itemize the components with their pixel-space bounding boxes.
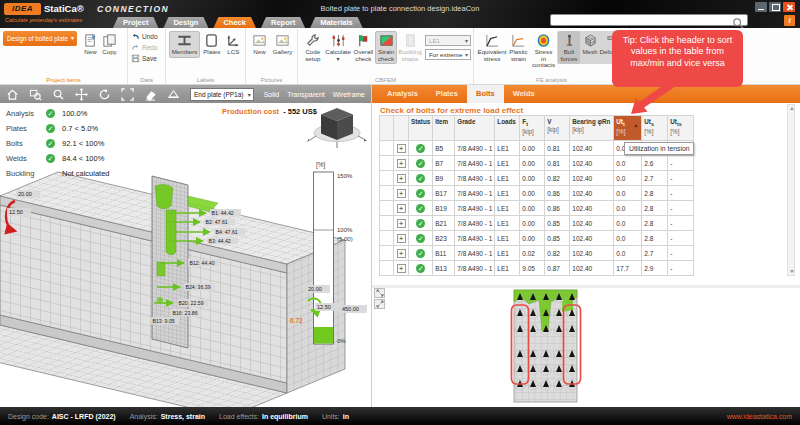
info-button[interactable]: i xyxy=(784,15,795,26)
expand-row-button[interactable]: + xyxy=(397,219,406,228)
table-row: +✓B197/8 A490 - 1LE10.000.86102.400.02.8… xyxy=(380,201,694,216)
scroll-down-icon[interactable] xyxy=(790,270,794,273)
tab-materials[interactable]: Materials xyxy=(310,17,363,28)
table-scrollbar[interactable] xyxy=(787,104,795,276)
clip-plane-icon[interactable] xyxy=(167,88,180,101)
code-setup-button[interactable]: Code setup xyxy=(301,31,325,64)
render-mode-transparent[interactable]: Transparent xyxy=(287,91,324,98)
fit-view-icon[interactable] xyxy=(121,88,134,101)
header-loads[interactable]: Loads xyxy=(495,116,520,141)
save-button[interactable]: Save xyxy=(131,53,163,64)
header-status[interactable]: Status xyxy=(409,116,433,141)
pan-icon[interactable] xyxy=(75,88,88,101)
minimize-button[interactable] xyxy=(755,2,767,12)
calculate-button[interactable]: Calculate▾ xyxy=(325,31,352,64)
check-ok-icon: ✓ xyxy=(46,154,55,163)
check-ok-icon: ✓ xyxy=(46,109,55,118)
expand-row-button[interactable]: + xyxy=(397,234,406,243)
members-toggle[interactable]: Members xyxy=(169,31,200,58)
tab-check[interactable]: Check xyxy=(213,17,256,28)
header-grade[interactable]: Grade xyxy=(455,116,495,141)
render-mode-solid[interactable]: Solid xyxy=(264,91,280,98)
expand-row-button[interactable]: + xyxy=(397,174,406,183)
eraser-icon[interactable] xyxy=(144,88,157,101)
plastic-strain-label: Plastic strain xyxy=(509,49,528,62)
copy-button[interactable]: Copy xyxy=(100,31,119,58)
new-picture-button[interactable]: New xyxy=(249,31,270,58)
mesh-toggle[interactable]: Mesh xyxy=(580,31,600,64)
header-v[interactable]: V[kip] xyxy=(545,116,570,141)
expand-row-button[interactable]: + xyxy=(397,189,406,198)
bolt-label: B16: 23.86 xyxy=(173,310,198,316)
header-utt-sorted[interactable]: Utt[%]▲ xyxy=(614,116,642,141)
group-label: Labels xyxy=(166,77,245,83)
extreme-dropdown[interactable]: For extreme▾ xyxy=(425,49,471,60)
collapse-pane-button[interactable] xyxy=(374,299,385,309)
expand-row-button[interactable]: + xyxy=(397,144,406,153)
website-link[interactable]: www.ideastatica.com xyxy=(727,413,792,420)
bolt-forces-label: Bolt forces xyxy=(560,49,578,62)
header-sub: s xyxy=(651,121,654,127)
project-item-dropdown[interactable]: Design of bolted plate▾ xyxy=(3,31,77,46)
render-mode-wireframe[interactable]: Wireframe xyxy=(333,91,365,98)
view-select-label: End plate (PP1a) xyxy=(194,91,244,98)
analysis-value: Stress, strain xyxy=(161,413,205,420)
expand-row-button[interactable]: + xyxy=(397,159,406,168)
stress-in-contacts-button[interactable]: Stress in contacts xyxy=(530,31,557,71)
expand-row-button[interactable]: + xyxy=(397,204,406,213)
gallery-icon xyxy=(275,33,290,48)
view-select-dropdown[interactable]: End plate (PP1a)▾ xyxy=(190,88,254,101)
bolt-label: B20: 22.59 xyxy=(179,300,204,306)
bolt-plate-preview[interactable] xyxy=(372,288,800,407)
header-sub: t xyxy=(623,121,625,127)
load-value: 12.50 xyxy=(9,209,23,215)
bolt-forces-toggle[interactable]: Bolt forces xyxy=(558,31,580,64)
flag-icon xyxy=(356,33,371,48)
maximize-button[interactable] xyxy=(769,2,781,12)
plastic-strain-button[interactable]: Plastic strain xyxy=(507,31,530,64)
bolt-label: B1: 44.42 xyxy=(212,210,234,216)
new-project-item-button[interactable]: New xyxy=(81,31,100,58)
check-ok-icon: ✓ xyxy=(46,124,55,133)
gallery-button[interactable]: Gallery xyxy=(270,31,295,58)
redo-button[interactable]: Redo xyxy=(131,42,163,53)
scroll-up-icon[interactable] xyxy=(790,107,794,110)
header-item[interactable]: Item xyxy=(433,116,455,141)
buckling-shape-button: Buckling shape xyxy=(397,31,423,64)
header-utts[interactable]: Utts[%] xyxy=(668,116,694,141)
header-uts[interactable]: Uts[%] xyxy=(642,116,668,141)
tab-project[interactable]: Project xyxy=(113,17,158,28)
lcs-label: LCS xyxy=(227,49,239,56)
expand-pane-button[interactable] xyxy=(374,288,385,298)
plates-toggle[interactable]: Plates xyxy=(200,31,223,58)
axes-icon xyxy=(226,33,241,48)
expand-row-button[interactable]: + xyxy=(397,264,406,273)
home-view-icon[interactable] xyxy=(6,88,19,101)
plate-icon xyxy=(204,33,219,48)
strain-check-toggle[interactable]: Strain check xyxy=(375,31,397,64)
overall-check-label: Overall check xyxy=(354,49,374,62)
group-label: CBFEM xyxy=(298,77,473,83)
header-bearing[interactable]: Bearing φRn[kip] xyxy=(570,116,614,141)
tab-bolts[interactable]: Bolts xyxy=(467,85,504,103)
close-button[interactable] xyxy=(783,2,795,12)
picture-icon xyxy=(252,33,267,48)
tab-report[interactable]: Report xyxy=(261,17,305,28)
overall-check-button[interactable]: Overall check xyxy=(352,31,376,64)
lcs-toggle[interactable]: LCS xyxy=(224,31,244,58)
tab-design[interactable]: Design xyxy=(163,17,208,28)
equivalent-stress-button[interactable]: Equivalent stress xyxy=(477,31,507,64)
zoom-icon[interactable] xyxy=(52,88,65,101)
undo-button[interactable]: Undo xyxy=(131,31,163,42)
summary-row: Bolts✓92.1 < 100% xyxy=(6,136,110,151)
expand-row-button[interactable]: + xyxy=(397,249,406,258)
zoom-window-icon[interactable] xyxy=(29,88,42,101)
tab-welds[interactable]: Welds xyxy=(504,85,544,103)
table-row: +✓B137/8 A490 - 1LE19.050.87102.4017.72.… xyxy=(380,261,694,276)
search-input[interactable] xyxy=(554,15,734,25)
header-ft[interactable]: Ft[kip] xyxy=(520,116,545,141)
rotate-icon[interactable] xyxy=(98,88,111,101)
search-box[interactable] xyxy=(550,14,748,26)
tab-analysis[interactable]: Analysis xyxy=(378,85,427,103)
tab-plates[interactable]: Plates xyxy=(427,85,467,103)
